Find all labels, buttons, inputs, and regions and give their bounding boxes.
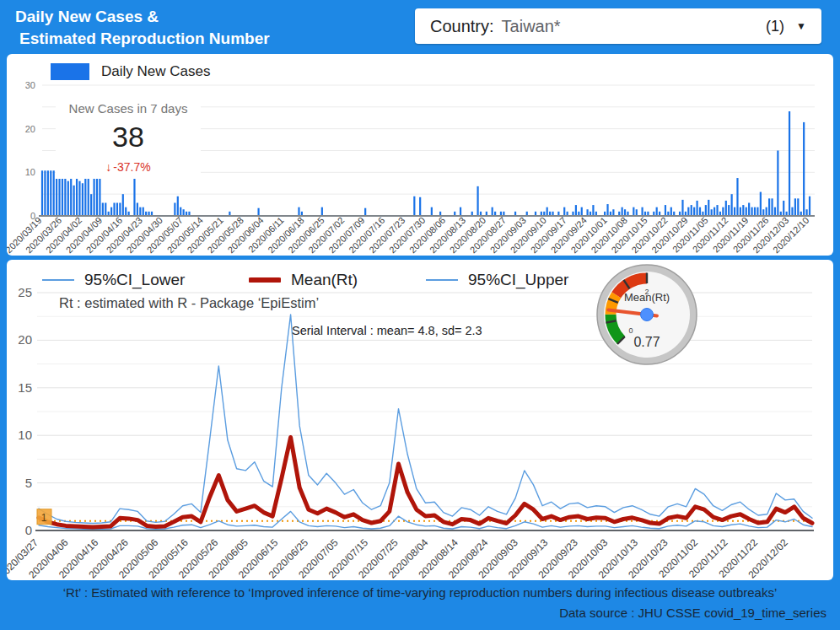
daily-cases-bar[interactable]	[740, 207, 741, 216]
daily-cases-bar[interactable]	[431, 207, 433, 216]
daily-cases-bar[interactable]	[725, 201, 727, 216]
daily-cases-bar[interactable]	[413, 197, 415, 216]
daily-cases-bar[interactable]	[116, 203, 118, 217]
y-axis-tick-label: 25	[18, 285, 32, 299]
daily-cases-bar[interactable]	[681, 200, 683, 216]
daily-cases-bar[interactable]	[321, 207, 323, 216]
daily-cases-bar[interactable]	[82, 183, 83, 216]
daily-cases-bar[interactable]	[90, 194, 92, 216]
daily-cases-bar[interactable]	[728, 205, 730, 216]
daily-cases-bar[interactable]	[656, 207, 658, 216]
daily-cases-bar[interactable]	[805, 209, 807, 216]
daily-cases-bar[interactable]	[757, 207, 758, 216]
daily-cases-bar[interactable]	[746, 207, 747, 216]
daily-cases-bar[interactable]	[586, 209, 588, 216]
country-selector[interactable]: Country: Taiwan* (1) ▼	[415, 8, 821, 44]
daily-cases-bar[interactable]	[716, 205, 718, 216]
daily-cases-bar[interactable]	[606, 204, 608, 216]
daily-cases-bar[interactable]	[791, 207, 793, 216]
daily-cases-bar[interactable]	[696, 201, 697, 216]
arrow-down-icon: ↓	[105, 160, 111, 174]
daily-cases-bar[interactable]	[774, 207, 776, 216]
daily-cases-bar[interactable]	[102, 203, 104, 217]
daily-cases-bar[interactable]	[67, 181, 69, 216]
daily-cases-bar[interactable]	[137, 203, 138, 217]
daily-cases-bar[interactable]	[592, 205, 594, 216]
daily-cases-bar[interactable]	[174, 203, 175, 217]
legend-item-ci-lower: 95%CI_Lower	[42, 270, 185, 290]
daily-cases-bar[interactable]	[699, 207, 701, 216]
y-axis-tick-label: 10	[25, 167, 35, 177]
daily-cases-bar[interactable]	[477, 186, 478, 216]
daily-cases-bar[interactable]	[44, 170, 46, 216]
gauge-min-label: 0	[628, 326, 633, 335]
daily-cases-bar[interactable]	[612, 209, 614, 216]
daily-cases-bar[interactable]	[633, 207, 634, 216]
gauge-value: 0.77	[633, 335, 660, 349]
daily-cases-bar[interactable]	[783, 201, 784, 216]
daily-cases-bar[interactable]	[41, 170, 43, 216]
daily-cases-bar[interactable]	[575, 205, 577, 216]
daily-cases-bar[interactable]	[183, 209, 185, 216]
country-selector-value: Taiwan*	[502, 17, 561, 36]
daily-cases-bar[interactable]	[777, 151, 778, 217]
daily-cases-bar[interactable]	[705, 205, 707, 216]
daily-cases-bar[interactable]	[803, 122, 805, 216]
daily-cases-bar[interactable]	[789, 111, 790, 216]
rt-panel: 051015202512020/03/272020/04/062020/04/1…	[7, 260, 833, 580]
daily-cases-bar[interactable]	[125, 207, 127, 216]
daily-cases-bar[interactable]	[53, 170, 55, 216]
daily-cases-bar[interactable]	[760, 192, 762, 216]
daily-cases-bar[interactable]	[713, 207, 715, 216]
daily-cases-bar[interactable]	[122, 194, 124, 216]
daily-cases-bar[interactable]	[731, 194, 733, 216]
page-title-line1: Daily New Cases &	[15, 6, 270, 28]
daily-cases-bar[interactable]	[768, 198, 770, 216]
cases-legend-swatch	[51, 63, 89, 80]
daily-cases-bar[interactable]	[693, 207, 695, 216]
daily-cases-bar[interactable]	[110, 207, 112, 216]
daily-cases-bar[interactable]	[624, 209, 626, 216]
daily-cases-bar[interactable]	[419, 197, 421, 216]
daily-cases-bar[interactable]	[47, 170, 49, 216]
kpi-title: New Cases in 7 days	[56, 101, 201, 116]
daily-cases-bar[interactable]	[143, 207, 144, 216]
mean-rt-line[interactable]	[39, 438, 812, 528]
daily-cases-bar[interactable]	[492, 207, 493, 216]
daily-cases-bar[interactable]	[734, 207, 735, 216]
daily-cases-bar[interactable]	[547, 207, 548, 216]
daily-cases-bar[interactable]	[797, 198, 799, 216]
daily-cases-bar[interactable]	[809, 197, 810, 216]
daily-cases-bar[interactable]	[105, 203, 106, 217]
daily-cases-bar[interactable]	[754, 207, 756, 216]
daily-cases-bar[interactable]	[50, 170, 51, 216]
daily-cases-bar[interactable]	[771, 198, 773, 216]
daily-cases-bar[interactable]	[751, 207, 752, 216]
daily-cases-bar[interactable]	[99, 177, 100, 217]
daily-cases-bar[interactable]	[748, 203, 750, 217]
daily-cases-bar[interactable]	[563, 207, 565, 216]
chevron-down-icon[interactable]: ▼	[796, 20, 806, 32]
daily-cases-bar[interactable]	[636, 209, 638, 216]
daily-cases-bar[interactable]	[665, 205, 666, 216]
daily-cases-bar[interactable]	[711, 209, 713, 216]
mean-rt-line-sample-icon	[249, 277, 281, 283]
daily-cases-bar[interactable]	[742, 205, 744, 216]
daily-cases-bar[interactable]	[670, 207, 672, 216]
daily-cases-bar[interactable]	[73, 186, 75, 216]
ci-lower-line-sample-icon	[42, 277, 74, 283]
y-axis-tick-label: 15	[18, 380, 32, 395]
daily-cases-bar[interactable]	[119, 203, 121, 217]
daily-cases-bar[interactable]	[139, 207, 141, 216]
daily-cases-bar[interactable]	[766, 207, 767, 216]
daily-cases-bar[interactable]	[687, 207, 689, 216]
daily-cases-bar[interactable]	[708, 200, 709, 216]
daily-cases-bar[interactable]	[180, 207, 181, 216]
daily-cases-bar[interactable]	[794, 198, 796, 216]
daily-cases-bar[interactable]	[177, 197, 179, 216]
daily-cases-bar[interactable]	[113, 203, 115, 217]
daily-cases-bar[interactable]	[78, 181, 80, 216]
daily-cases-bar[interactable]	[736, 178, 738, 216]
daily-cases-bar[interactable]	[691, 205, 692, 216]
daily-cases-bar[interactable]	[364, 208, 366, 216]
